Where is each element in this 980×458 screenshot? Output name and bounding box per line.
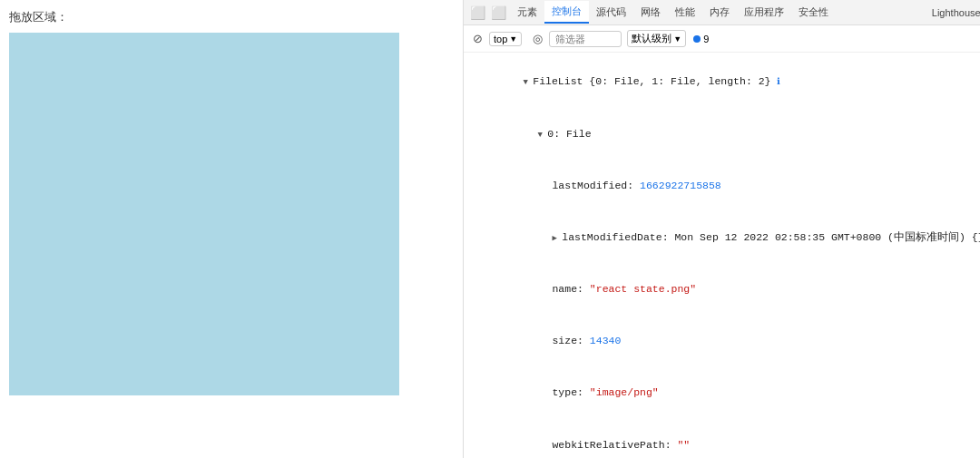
drop-label: 拖放区域： — [9, 9, 454, 25]
chevron-down-icon: ▼ — [509, 34, 517, 44]
tab-application[interactable]: 应用程序 — [737, 2, 791, 23]
line-type-1: type: "image/png" — [464, 367, 980, 419]
badge-dot — [693, 35, 701, 43]
tab-network[interactable]: 网络 — [633, 2, 668, 23]
level-label: 默认级别 — [632, 32, 671, 45]
line-0-file[interactable]: ▼ 0: File — [464, 108, 980, 160]
line-webkitpath-1: webkitRelativePath: "" — [464, 419, 980, 458]
left-panel: 拖放区域： — [0, 0, 463, 458]
badge-count: 9 — [703, 34, 709, 44]
line-name-1: name: "react state.png" — [464, 264, 980, 316]
console-output: ▼ FileList {0: File, 1: File, length: 2}… — [464, 53, 980, 458]
tab-security[interactable]: 安全性 — [791, 2, 836, 23]
top-label: top — [494, 34, 507, 44]
filter-input[interactable] — [549, 31, 622, 47]
tab-performance[interactable]: 性能 — [668, 2, 702, 23]
tab-elements[interactable]: 元素 — [510, 2, 544, 23]
line-size-1: size: 14340 — [464, 316, 980, 367]
message-badge: 9 — [693, 34, 709, 44]
log-level-select[interactable]: 默认级别 ▼ — [627, 30, 686, 47]
top-context-select[interactable]: top ▼ — [489, 32, 522, 46]
clear-console-icon[interactable]: ⊘ — [469, 31, 485, 47]
tab-console[interactable]: 控制台 — [544, 1, 589, 24]
tab-lighthouse[interactable]: Lighthouse — [925, 4, 980, 22]
line-lastmodifieddate-1[interactable]: ▶ lastModifiedDate: Mon Sep 12 2022 02:5… — [464, 212, 980, 264]
tab-memory[interactable]: 内存 — [702, 2, 737, 23]
devtools-panel: ⬜ ⬜ 元素 控制台 源代码 网络 性能 内存 应用程序 安全性 Lightho… — [463, 0, 980, 458]
devtools-toolbar: ⊘ top ▼ ◎ 默认级别 ▼ 9 — [464, 25, 980, 53]
eye-icon[interactable]: ◎ — [529, 31, 545, 47]
chevron-down-icon-2: ▼ — [673, 34, 681, 44]
drop-zone[interactable] — [9, 33, 399, 395]
devtools-tabs: ⬜ ⬜ 元素 控制台 源代码 网络 性能 内存 应用程序 安全性 Lightho… — [464, 0, 980, 25]
line-filelist-header[interactable]: ▼ FileList {0: File, 1: File, length: 2}… — [464, 56, 980, 108]
line-lastmodified-1: lastModified: 1662922715858 — [464, 160, 980, 211]
tab-sources[interactable]: 源代码 — [589, 2, 633, 23]
tab-screenshot-icon[interactable]: ⬜ — [470, 5, 485, 20]
tab-mobile-icon[interactable]: ⬜ — [491, 5, 506, 20]
